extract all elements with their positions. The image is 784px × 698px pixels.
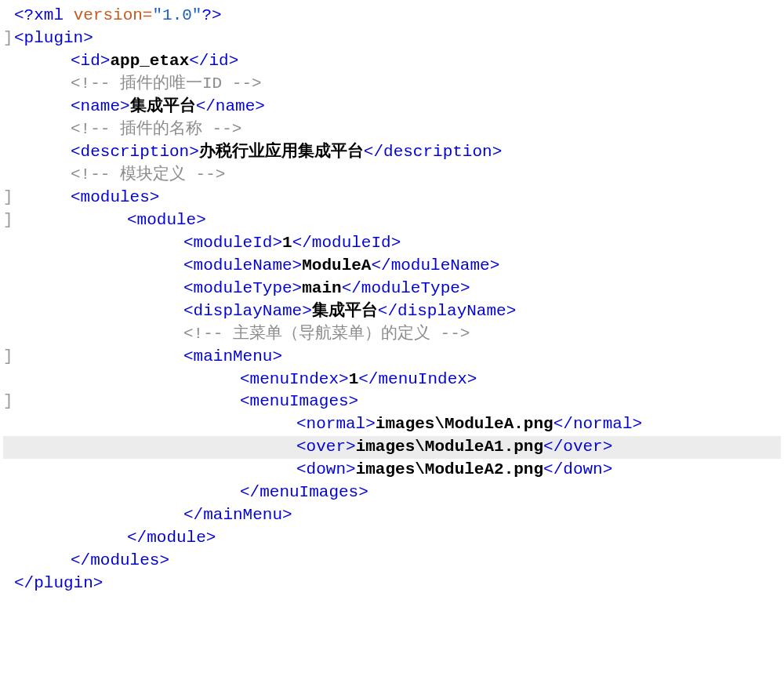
tag-normal-open: <normal> <box>296 415 376 433</box>
val-menuindex: 1 <box>349 370 359 388</box>
tag-displayname-close: </displayName> <box>378 302 516 320</box>
tag-id-open: <id> <box>71 52 110 70</box>
comment-close: --> <box>202 120 241 138</box>
val-name: 集成平台 <box>130 97 196 115</box>
tag-menuindex-open: <menuIndex> <box>240 370 349 388</box>
xml-decl-open: <?xml <box>14 6 74 24</box>
code-line: </menuImages> <box>3 482 781 504</box>
tag-moduletype-open: <moduleType> <box>183 279 302 297</box>
tag-modulename-close: </moduleName> <box>371 256 499 274</box>
code-line: ]<module> <box>3 209 781 232</box>
code-line: <moduleName>ModuleA</moduleName> <box>3 255 781 278</box>
tag-down-open: <down> <box>296 460 356 478</box>
tag-name-open: <name> <box>71 97 130 115</box>
fold-gutter: ] <box>3 391 14 413</box>
tag-menuimages-open: <menuImages> <box>240 392 358 410</box>
tag-moduleid-open: <moduleId> <box>183 234 282 252</box>
xml-attr-name: version= <box>74 6 153 24</box>
tag-description-close: </description> <box>364 143 502 161</box>
tag-plugin-open: <plugin> <box>14 29 93 47</box>
code-line: <moduleId>1</moduleId> <box>3 232 781 255</box>
comment-text: 模块定义 <box>120 165 186 184</box>
tag-id-close: </id> <box>189 52 238 70</box>
tag-over-open: <over> <box>296 438 356 456</box>
val-modulename: ModuleA <box>302 256 371 274</box>
tag-modules-open: <modules> <box>71 188 159 206</box>
code-line: <?xml version="1.0"?> <box>3 5 781 27</box>
code-line: ]<menuImages> <box>3 391 781 413</box>
code-block: <?xml version="1.0"?> ]<plugin> <id>app_… <box>3 5 781 595</box>
code-line: <name>集成平台</name> <box>3 96 781 118</box>
tag-normal-close: </normal> <box>554 415 642 433</box>
val-id: app_etax <box>110 52 189 70</box>
tag-down-close: </down> <box>543 460 612 478</box>
code-line: <!-- 插件的名称 --> <box>3 118 781 141</box>
tag-moduleid-close: </moduleId> <box>292 234 401 252</box>
code-line: </mainMenu> <box>3 504 781 527</box>
fold-gutter: ] <box>3 27 14 50</box>
fold-gutter: ] <box>3 187 14 209</box>
tag-plugin-close: </plugin> <box>14 574 103 592</box>
code-line: ]<modules> <box>3 187 781 209</box>
tag-module-open: <module> <box>127 211 206 229</box>
val-description: 办税行业应用集成平台 <box>199 143 364 161</box>
code-line: <down>images\ModuleA2.png</down> <box>3 459 781 482</box>
code-line: <description>办税行业应用集成平台</description> <box>3 141 781 164</box>
code-line: </plugin> <box>3 573 781 595</box>
comment-close: --> <box>430 325 470 343</box>
xml-decl-close: ?> <box>201 6 221 24</box>
comment-text: 插件的名称 <box>120 120 202 138</box>
xml-attr-value: "1.0" <box>152 6 201 24</box>
val-moduleid: 1 <box>282 234 292 252</box>
comment-open: <!-- <box>71 165 120 184</box>
comment-open: <!-- <box>71 75 120 93</box>
val-displayname: 集成平台 <box>312 302 378 320</box>
tag-modules-close: </modules> <box>71 551 169 569</box>
tag-module-close: </module> <box>127 529 216 547</box>
code-line: <displayName>集成平台</displayName> <box>3 300 781 323</box>
code-line: <menuIndex>1</menuIndex> <box>3 369 781 391</box>
code-line: <!-- 主菜单（导航菜单）的定义 --> <box>3 323 781 346</box>
code-line: </module> <box>3 527 781 550</box>
code-line: </modules> <box>3 550 781 573</box>
code-line-highlighted: <over>images\ModuleA1.png</over> <box>3 436 781 459</box>
tag-mainmenu-close: </mainMenu> <box>183 506 292 524</box>
code-line: <id>app_etax</id> <box>3 50 781 73</box>
comment-open: <!-- <box>183 325 233 343</box>
tag-over-close: </over> <box>543 438 612 456</box>
code-line: <normal>images\ModuleA.png</normal> <box>3 413 781 436</box>
code-line: ]<plugin> <box>3 27 781 50</box>
tag-name-close: </name> <box>196 97 265 115</box>
comment-close: --> <box>222 75 261 93</box>
comment-text: 插件的唯一ID <box>120 75 222 93</box>
val-moduletype: main <box>302 279 341 297</box>
comment-close: --> <box>186 165 225 184</box>
code-line: <moduleType>main</moduleType> <box>3 278 781 300</box>
tag-menuimages-close: </menuImages> <box>240 483 368 501</box>
code-line: ]<mainMenu> <box>3 346 781 369</box>
tag-menuindex-close: </menuIndex> <box>358 370 477 388</box>
code-line: <!-- 模块定义 --> <box>3 164 781 187</box>
fold-gutter: ] <box>3 209 14 232</box>
val-over: images\ModuleA1.png <box>356 438 543 456</box>
code-line: <!-- 插件的唯一ID --> <box>3 73 781 96</box>
val-down: images\ModuleA2.png <box>356 460 543 478</box>
fold-gutter: ] <box>3 346 14 369</box>
tag-displayname-open: <displayName> <box>183 302 312 320</box>
tag-mainmenu-open: <mainMenu> <box>183 347 282 365</box>
tag-description-open: <description> <box>71 143 199 161</box>
val-normal: images\ModuleA.png <box>376 415 554 433</box>
comment-open: <!-- <box>71 120 120 138</box>
comment-text: 主菜单（导航菜单）的定义 <box>233 325 430 343</box>
tag-moduletype-close: </moduleType> <box>342 279 470 297</box>
tag-modulename-open: <moduleName> <box>183 256 302 274</box>
